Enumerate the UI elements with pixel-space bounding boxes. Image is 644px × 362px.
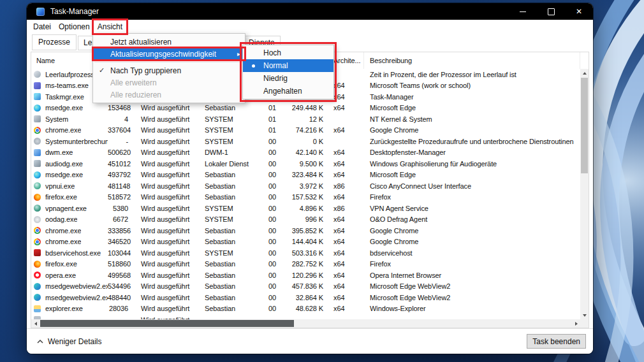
cell-status: Wird ausgeführt xyxy=(131,193,201,201)
cell-pid: 518860 xyxy=(108,260,131,268)
cell-description: Firefox xyxy=(364,260,580,268)
maximize-button[interactable] xyxy=(537,3,565,20)
cell-pid: 28036 xyxy=(108,305,131,312)
scroll-down-button[interactable] xyxy=(580,311,589,319)
cell-status: Wird ausgeführt xyxy=(131,138,201,145)
cell-name: bdservicehost.exe xyxy=(31,249,108,257)
close-button[interactable]: ✕ xyxy=(565,3,593,20)
process-row[interactable]: chrome.exe333856Wird ausgeführtSebastian… xyxy=(31,225,580,236)
menu-item-label: Nach Typ gruppieren xyxy=(110,66,181,75)
process-name: chrome.exe xyxy=(45,238,81,245)
process-row[interactable]: msedge.exe493792Wird ausgeführtSebastian… xyxy=(31,170,580,181)
cell-status: Wird ausgeführt xyxy=(131,227,201,235)
scroll-left-button[interactable] xyxy=(31,319,40,328)
process-row[interactable]: chrome.exe337604Wird ausgeführtSYSTEM017… xyxy=(31,125,580,136)
cell-arch: x64 xyxy=(325,171,364,178)
process-row[interactable]: msedgewebview2.exe534496Wird ausgeführtS… xyxy=(31,281,580,293)
tab-prozesse[interactable]: Prozesse xyxy=(32,34,77,50)
cell-user: Sebastian xyxy=(201,104,262,112)
cell-memory: 323.484 K xyxy=(281,171,325,178)
process-row[interactable]: msedge.exe153468Wird ausgeführtSebastian… xyxy=(31,103,580,114)
process-name: msedge.exe xyxy=(45,104,83,112)
titlebar[interactable]: Task-Manager ✕ xyxy=(27,3,593,20)
end-task-button[interactable]: Task beenden xyxy=(527,334,586,349)
cell-cpu: 00 xyxy=(262,171,281,178)
vpnagent-icon xyxy=(34,205,41,212)
view-menu-item-aktualisierungsgeschwindigkeit[interactable]: Aktualisierungsgeschwindigkeit▸ xyxy=(93,48,245,60)
fewer-details-button[interactable]: Weniger Details xyxy=(37,337,101,346)
scroll-up-button[interactable] xyxy=(580,69,589,77)
process-name: Leerlaufprozess xyxy=(45,71,94,78)
cell-arch: x86 xyxy=(325,182,364,190)
interrupts-icon xyxy=(34,138,41,145)
process-name: Taskmgr.exe xyxy=(45,93,84,101)
speed-option-angehalten[interactable]: Angehalten xyxy=(243,85,333,98)
process-name: oodag.exe xyxy=(45,215,77,223)
cell-description: VPN Agent Service xyxy=(364,205,580,212)
chrome-icon xyxy=(34,238,41,245)
menubar-item-optionen[interactable]: Optionen xyxy=(55,20,94,33)
update-speed-submenu: HochNormalNiedrigAngehalten xyxy=(242,45,334,99)
process-row[interactable]: Systemunterbrechun...-Wird ausgeführtSYS… xyxy=(31,136,580,147)
process-row[interactable]: oodag.exe6672Wird ausgeführtSYSTEM00996 … xyxy=(31,214,580,226)
process-row[interactable]: vpnagent.exe5380Wird ausgeführtSYSTEM004… xyxy=(31,203,580,214)
process-row[interactable]: opera.exe499568Wird ausgeführtSebastian0… xyxy=(31,270,580,281)
minimize-button[interactable] xyxy=(509,3,537,20)
scroll-right-button[interactable] xyxy=(572,319,580,328)
cell-name: explorer.exe xyxy=(31,305,108,312)
menubar-item-datei[interactable]: Datei xyxy=(29,20,55,33)
speed-option-normal[interactable]: Normal xyxy=(243,59,333,72)
process-name: vpnagent.exe xyxy=(45,205,87,212)
vertical-scroll-thumb[interactable] xyxy=(581,78,588,173)
cell-pid: 346520 xyxy=(108,238,131,245)
column-header-description[interactable]: Beschreibung xyxy=(364,52,580,69)
cell-name: msedgewebview2.exe xyxy=(31,294,108,301)
system-icon xyxy=(34,115,41,122)
speed-option-hoch[interactable]: Hoch xyxy=(243,47,333,59)
cell-cpu: 00 xyxy=(262,193,281,201)
horizontal-scrollbar[interactable] xyxy=(31,319,580,328)
task-manager-app-icon xyxy=(36,8,45,16)
process-name: chrome.exe xyxy=(45,227,81,235)
process-row[interactable]: System4Wird ausgeführtSYSTEM0112 KNT Ker… xyxy=(31,113,580,125)
process-row[interactable]: bdservicehost.exe103044Wird ausgeführtSY… xyxy=(31,247,580,259)
process-row[interactable]: vpnui.exe481148Wird ausgeführtSebastian0… xyxy=(31,180,580,192)
cell-name: chrome.exe xyxy=(31,126,108,134)
menu-item-label: Hoch xyxy=(263,48,281,57)
oodag-icon xyxy=(34,216,41,223)
firefox-icon xyxy=(34,261,41,268)
cell-status: Wird ausgeführt xyxy=(131,282,201,290)
cell-description: Zurückgestellte Prozeduraufrufe und unte… xyxy=(364,138,580,145)
process-row[interactable]: chrome.exe346520Wird ausgeführtSebastian… xyxy=(31,236,580,248)
idle-icon xyxy=(34,71,41,78)
cell-description: Microsoft Edge xyxy=(364,171,580,178)
process-row[interactable]: msedgewebview2.exe488440Wird ausgeführtS… xyxy=(31,292,580,303)
process-name: opera.exe xyxy=(45,272,76,279)
explorer-icon xyxy=(34,305,41,312)
view-menu-item-nach-typ-gruppieren[interactable]: ✓Nach Typ gruppieren xyxy=(93,64,245,76)
cell-arch: x64 xyxy=(325,126,364,134)
process-name: dwm.exe xyxy=(45,148,73,156)
vertical-scrollbar[interactable] xyxy=(580,69,589,319)
process-row[interactable]: firefox.exe518572Wird ausgeführtSebastia… xyxy=(31,192,580,203)
cell-description: Zeit in Prozent, die der Prozessor im Le… xyxy=(364,71,580,78)
cell-cpu: 01 xyxy=(262,115,281,123)
process-row[interactable]: explorer.exe28036Wird ausgeführtSebastia… xyxy=(31,303,580,315)
menu-item-label: Aktualisierungsgeschwindigkeit xyxy=(110,50,216,59)
cell-arch: x64 xyxy=(325,160,364,168)
process-row[interactable]: audiodg.exe451012Wird ausgeführtLokaler … xyxy=(31,158,580,170)
process-row[interactable]: dwm.exe500620Wird ausgeführtDWM-10042.14… xyxy=(31,147,580,159)
cell-name: vpnui.exe xyxy=(31,182,108,190)
horizontal-scroll-thumb[interactable] xyxy=(40,320,294,327)
process-row[interactable]: firefox.exe518860Wird ausgeführtSebastia… xyxy=(31,259,580,270)
cell-name: System xyxy=(31,115,108,123)
speed-option-niedrig[interactable]: Niedrig xyxy=(243,72,333,85)
process-name: msedgewebview2.exe xyxy=(45,282,108,290)
menubar-item-ansicht[interactable]: Ansicht xyxy=(94,20,126,33)
view-menu-item-jetzt-aktualisieren[interactable]: Jetzt aktualisieren xyxy=(93,36,245,48)
cell-memory: 42.140 K xyxy=(281,148,325,156)
menu-gutter: ✓ xyxy=(93,66,110,75)
cell-user: Sebastian xyxy=(201,171,262,178)
process-name: chrome.exe xyxy=(45,126,81,134)
cell-pid: 534496 xyxy=(108,282,131,290)
